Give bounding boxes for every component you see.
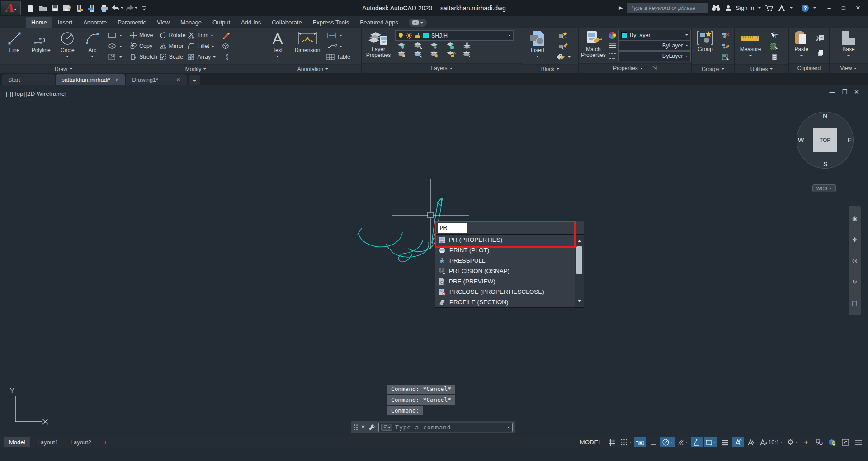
measure-caret-icon[interactable]	[749, 55, 752, 58]
suggestion-print[interactable]: PRINT (PLOT)	[435, 245, 584, 255]
polar-tracking-toggle[interactable]	[660, 437, 675, 447]
panel-label-annotation[interactable]: Annotation	[264, 64, 361, 73]
wcs-menu[interactable]: WCS	[812, 184, 836, 192]
tab-annotate[interactable]: Annotate	[78, 17, 112, 28]
create-block-button[interactable]	[558, 30, 568, 41]
workspace-switching-button[interactable]: ⚙	[786, 437, 799, 447]
sign-in-button[interactable]: Sign In	[736, 5, 754, 11]
panel-label-draw[interactable]: Draw	[0, 64, 127, 73]
layer-on-icon[interactable]	[398, 33, 404, 39]
drawing-area[interactable]: Y [-] [Top] [2D Wireframe] — ❐ ✕ N E S W…	[0, 85, 868, 436]
new-tab-button[interactable]: +	[189, 75, 200, 85]
search-expand-icon[interactable]: ▶	[619, 5, 623, 11]
define-attributes-button[interactable]	[556, 52, 571, 62]
orbit-icon[interactable]: ↻	[852, 278, 857, 285]
command-line-bar[interactable]: ✕ Type a command	[351, 421, 515, 433]
osnap-caret-icon[interactable]	[713, 442, 716, 444]
help-caret-icon[interactable]	[813, 7, 816, 10]
ungroup-button[interactable]	[722, 30, 730, 41]
compass-south[interactable]: S	[823, 160, 827, 168]
panel-label-clipboard[interactable]: Clipboard	[789, 63, 829, 73]
file-tab-drawing1[interactable]: Drawing1*✕	[126, 74, 187, 85]
open-button[interactable]	[38, 3, 48, 14]
linear-dimension-button[interactable]	[326, 30, 342, 41]
compass-west[interactable]: W	[798, 136, 804, 144]
ellipse-caret-icon[interactable]	[119, 46, 122, 48]
suggestion-preview[interactable]: PRE (PREVIEW)	[435, 276, 584, 287]
attributes-caret-icon[interactable]	[568, 56, 571, 59]
lineweight-toggle[interactable]	[719, 437, 731, 447]
object-snap-toggle[interactable]	[704, 437, 717, 447]
rotate-button[interactable]: Rotate	[160, 30, 186, 41]
annotation-visibility-toggle[interactable]	[732, 437, 744, 447]
suggestion-profile[interactable]: PROFILE (SECTION)	[435, 297, 584, 307]
tab-manage[interactable]: Manage	[175, 17, 207, 28]
leader-caret-icon[interactable]	[340, 46, 342, 48]
suggestion-presspull[interactable]: PRESSPULL	[435, 255, 584, 266]
autocad-logo[interactable]: A	[1, 1, 21, 15]
layer-thaw-icon[interactable]	[406, 33, 412, 39]
tab-add-ins[interactable]: Add-ins	[236, 17, 266, 28]
scrollbar-thumb[interactable]	[576, 246, 582, 274]
command-line-caret-icon[interactable]	[507, 427, 510, 429]
plot-button[interactable]	[99, 3, 109, 14]
tab-home[interactable]: Home	[26, 17, 52, 28]
properties-dialog-launcher[interactable]: ⇲	[652, 65, 657, 71]
layer-match-tool[interactable]	[413, 51, 423, 58]
base-button[interactable]: Base	[837, 29, 860, 62]
arc-button[interactable]: Arc	[82, 29, 103, 63]
mirror-button[interactable]: Mirror	[160, 41, 186, 52]
line-button[interactable]: Line	[2, 29, 27, 63]
insert-button[interactable]: Insert	[524, 29, 551, 63]
space-indicator[interactable]: MODEL	[580, 439, 602, 446]
navigation-bar[interactable]: ◉ ✥ ◎ ↻ ▤	[849, 206, 861, 315]
file-tab-start[interactable]: Start	[2, 74, 55, 85]
layer-make-current-tool[interactable]	[462, 42, 472, 49]
close-tab-icon[interactable]: ✕	[115, 77, 119, 83]
help-icon[interactable]: ?	[801, 4, 809, 12]
linear-dim-caret-icon[interactable]	[340, 35, 342, 38]
suggestion-precision[interactable]: PRECISION (OSNAP)	[435, 266, 584, 276]
cut-button[interactable]	[816, 32, 825, 43]
offset-button[interactable]	[222, 52, 230, 62]
tab-featured-apps[interactable]: Featured Apps	[355, 17, 403, 28]
panel-label-modify[interactable]: Modify	[127, 64, 264, 73]
customization-menu-button[interactable]	[853, 437, 864, 447]
navwheel-icon[interactable]: ◉	[852, 215, 857, 222]
doc-restore-icon[interactable]: ❐	[842, 89, 847, 95]
autodesk-app-icon[interactable]	[778, 5, 786, 11]
layer-unlock-icon[interactable]	[415, 33, 420, 39]
layer-freeze-tool[interactable]	[429, 42, 439, 49]
group-edit-button[interactable]	[722, 41, 730, 52]
fillet-button[interactable]: Fillet	[188, 41, 216, 52]
snap-toggle[interactable]	[619, 437, 633, 447]
showmotion-icon[interactable]: ▤	[852, 300, 857, 306]
doc-close-icon[interactable]: ✕	[854, 89, 859, 95]
match-properties-button[interactable]: Match Properties	[581, 29, 606, 62]
copy-button[interactable]: Copy	[130, 41, 157, 52]
grid-toggle[interactable]	[606, 437, 618, 447]
panel-label-view[interactable]: View	[830, 63, 868, 73]
object-color-select[interactable]: ByLayer	[618, 30, 691, 40]
trim-caret-icon[interactable]	[211, 35, 213, 38]
layer-isolate-tool[interactable]	[413, 42, 423, 49]
doc-minimize-icon[interactable]: —	[829, 89, 835, 95]
annotation-autoscale-toggle[interactable]	[745, 437, 757, 447]
close-tab-icon[interactable]: ✕	[176, 77, 181, 83]
polar-caret-icon[interactable]	[670, 442, 673, 444]
minimize-button[interactable]: –	[823, 3, 835, 14]
isodraft-toggle[interactable]	[676, 437, 689, 447]
clean-screen-button[interactable]	[840, 437, 851, 447]
hatch-button[interactable]	[108, 52, 122, 62]
annotation-scale-select[interactable]: 10:1	[758, 437, 784, 447]
panel-label-utilities[interactable]: Utilities	[735, 64, 788, 73]
user-icon[interactable]	[725, 5, 732, 12]
arc-caret-icon[interactable]	[90, 56, 94, 59]
linetype-select[interactable]: ByLayer	[618, 51, 691, 61]
paste-button[interactable]: Paste	[791, 29, 812, 62]
recent-commands-icon[interactable]	[381, 424, 392, 431]
compass-east[interactable]: E	[848, 136, 852, 144]
scale-button[interactable]: Scale	[160, 52, 186, 62]
zoom-icon[interactable]: ◎	[852, 257, 857, 264]
suggestion-properties[interactable]: PR (PROPERTIES)	[435, 235, 584, 245]
